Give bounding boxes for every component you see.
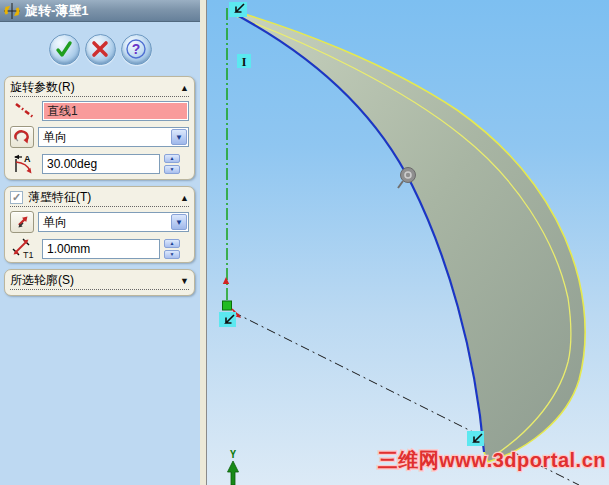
section-header-selected-contours[interactable]: 所选轮廓(S) ▼ (10, 272, 189, 290)
collapse-arrow-icon[interactable]: ▲ (180, 193, 189, 203)
revolve-direction-value: 单向 (43, 129, 67, 146)
vertex-marker-bottom[interactable] (467, 431, 484, 446)
viewport-canvas: I Y 三维网www.3dportal.cn (207, 0, 609, 485)
cancel-button[interactable] (85, 34, 116, 65)
thickness-row: T1 1.00mm ▲ ▼ (10, 238, 189, 260)
thin-direction-row: 单向 ▼ (10, 211, 189, 233)
vertex-marker-origin[interactable] (219, 312, 236, 327)
thin-reverse-direction-icon (14, 214, 30, 230)
thickness-value: 1.00mm (47, 242, 90, 256)
svg-text:T1: T1 (23, 250, 34, 260)
property-manager-panel: 旋转-薄壁1 ? 旋转参数(R) ▲ (0, 0, 200, 485)
section-title: 旋转参数(R) (10, 79, 75, 96)
panel-title: 旋转-薄壁1 (25, 2, 89, 20)
revolve-direction-select[interactable]: 单向 ▼ (38, 127, 189, 147)
svg-text:Y: Y (230, 449, 236, 460)
angle-spinner: ▲ ▼ (164, 154, 180, 174)
chevron-down-icon[interactable]: ▼ (171, 129, 187, 145)
thickness-spinner: ▲ ▼ (164, 239, 180, 259)
angle-row: A 30.00deg ▲ ▼ (10, 153, 189, 175)
help-question-icon: ? (124, 37, 148, 61)
ok-check-icon (53, 38, 75, 60)
graphics-viewport[interactable]: I Y 三维网www.3dportal.cn (207, 0, 609, 485)
spin-up-icon[interactable]: ▲ (164, 239, 180, 248)
thin-direction-value: 单向 (43, 214, 67, 231)
spin-up-icon[interactable]: ▲ (164, 154, 180, 163)
axis-arrow-mark (223, 277, 229, 284)
thin-reverse-direction-button[interactable] (10, 211, 34, 233)
section-title: 所选轮廓(S) (10, 272, 74, 289)
section-title: 薄壁特征(T) (28, 189, 91, 206)
origin-triad-y-arrow: Y (228, 449, 239, 485)
thin-feature-checkbox[interactable]: ✓ (10, 191, 23, 204)
section-header-revolve-params[interactable]: 旋转参数(R) ▲ (10, 79, 189, 97)
svg-text:I: I (242, 55, 247, 69)
section-selected-contours: 所选轮廓(S) ▼ (4, 269, 195, 296)
thickness-input[interactable]: 1.00mm (42, 239, 160, 259)
direction-row: 单向 ▼ (10, 126, 189, 148)
panel-splitter[interactable] (200, 0, 207, 485)
axis-selection-field[interactable]: 直线1 (42, 101, 189, 121)
cancel-x-icon (90, 39, 110, 59)
axis-selection-value: 直线1 (44, 103, 187, 119)
revolve-axis-icon (10, 101, 38, 121)
axis-endpoint-handle[interactable] (223, 301, 232, 310)
vertex-marker-top[interactable] (229, 2, 247, 17)
svg-text:A: A (24, 154, 31, 164)
help-button[interactable]: ? (121, 34, 152, 65)
chevron-down-icon[interactable]: ▼ (171, 214, 187, 230)
panel-titlebar: 旋转-薄壁1 (0, 0, 200, 22)
collapse-arrow-icon[interactable]: ▲ (180, 83, 189, 93)
expand-arrow-icon[interactable]: ▼ (180, 276, 189, 286)
spin-down-icon[interactable]: ▼ (164, 165, 180, 174)
svg-text:?: ? (132, 41, 141, 57)
revolve-angle-input[interactable]: 30.00deg (42, 154, 160, 174)
revolve-angle-icon: A (10, 153, 38, 175)
revolve-feature-icon (4, 3, 20, 19)
reverse-direction-button[interactable] (10, 126, 34, 148)
watermark-text: 三维网www.3dportal.cn (378, 449, 606, 471)
ok-button[interactable] (49, 34, 80, 65)
axis-row: 直线1 (10, 101, 189, 121)
vertical-relation-marker[interactable]: I (237, 54, 251, 69)
revolved-surface[interactable] (231, 10, 585, 462)
panel-action-buttons: ? (0, 22, 200, 70)
section-thin-feature: ✓ 薄壁特征(T) ▲ 单向 ▼ (4, 186, 195, 263)
section-revolve-params: 旋转参数(R) ▲ 直线1 单向 ▼ (4, 76, 195, 180)
revolve-angle-value: 30.00deg (47, 157, 97, 171)
spin-down-icon[interactable]: ▼ (164, 250, 180, 259)
reverse-direction-icon (13, 129, 31, 145)
thin-direction-select[interactable]: 单向 ▼ (38, 212, 189, 232)
section-header-thin-feature[interactable]: ✓ 薄壁特征(T) ▲ (10, 189, 189, 207)
thickness-t1-icon: T1 (10, 238, 38, 260)
